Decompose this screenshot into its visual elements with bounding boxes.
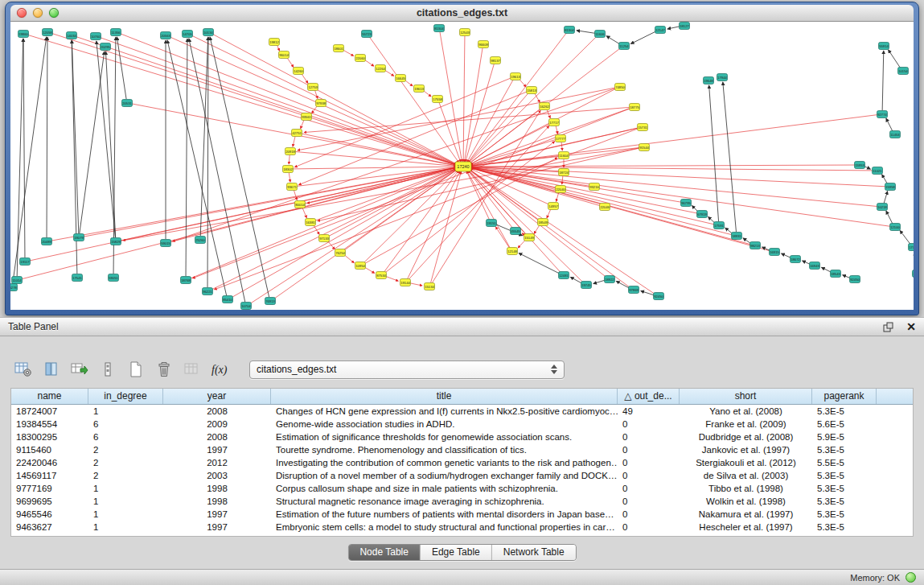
graph-edge[interactable] [386, 276, 399, 281]
graph-edge[interactable] [606, 36, 620, 44]
graph-edge[interactable] [294, 78, 511, 167]
table-row[interactable]: 1872400712008Changes of HCN gene express… [11, 405, 913, 418]
graph-node[interactable]: 16943 [810, 262, 820, 270]
graph-node[interactable]: 85410 [223, 296, 233, 303]
graph-edge[interactable] [900, 230, 910, 244]
graph-edge[interactable] [343, 50, 353, 56]
graph-edge[interactable] [467, 80, 513, 162]
graph-node[interactable]: 10704 [241, 303, 252, 310]
graph-node[interactable]: 55723 [362, 31, 372, 38]
import-table-button[interactable] [69, 359, 90, 380]
graph-node[interactable]: 96221 [203, 288, 213, 295]
graph-node[interactable]: 15958 [885, 183, 896, 191]
graph-edge[interactable] [47, 37, 47, 237]
graph-node[interactable]: 12100 [890, 224, 901, 231]
graph-edge[interactable] [470, 167, 714, 225]
graph-edge[interactable] [287, 58, 294, 68]
graph-edge[interactable] [274, 169, 458, 299]
column-header-pagerank[interactable]: pagerank [812, 389, 877, 404]
graph-node[interactable]: 12543 [460, 29, 470, 36]
graph-node[interactable]: 18922 [605, 276, 615, 283]
graph-edge[interactable] [121, 167, 456, 241]
graph-node[interactable]: 19151 [487, 220, 497, 227]
graph-node[interactable]: 15813 [527, 87, 537, 94]
graph-edge[interactable] [519, 79, 527, 87]
tab-edge-table[interactable]: Edge Table [420, 545, 491, 560]
graph-node[interactable]: 18543 [831, 270, 841, 278]
graph-node[interactable]: 93561 [302, 113, 312, 121]
graph-node[interactable]: 76913 [265, 298, 276, 305]
graph-node[interactable]: 96014 [279, 51, 290, 59]
graph-edge[interactable] [534, 225, 540, 234]
new-table-button[interactable] [125, 359, 146, 380]
graph-node[interactable]: 22046 [600, 204, 610, 211]
graph-edge[interactable] [470, 165, 855, 167]
graph-node[interactable]: 12753 [308, 84, 318, 91]
graph-node[interactable]: 11604 [559, 152, 569, 159]
column-header-short[interactable]: short [680, 389, 812, 404]
graph-edge[interactable] [556, 193, 559, 202]
table-row[interactable]: 977716911998Corpus callosum shape and si… [11, 482, 913, 495]
graph-node[interactable]: 93671 [287, 183, 298, 191]
graph-node[interactable]: 76254 [335, 249, 346, 257]
graph-node[interactable]: 59051 [109, 274, 119, 282]
graph-node[interactable]: 16915 [770, 249, 780, 256]
graph-node[interactable]: 45545 [511, 228, 521, 235]
graph-edge[interactable] [630, 31, 655, 44]
graph-edge[interactable] [405, 80, 413, 86]
graph-node[interactable]: 74850 [615, 84, 626, 91]
graph-node[interactable]: 17777 [556, 135, 566, 142]
graph-node[interactable]: 19613 [414, 85, 425, 93]
graph-edge[interactable] [13, 37, 47, 283]
graph-node[interactable]: 98137 [491, 57, 501, 64]
graph-node[interactable]: 18931 [732, 233, 742, 240]
graph-edge[interactable] [211, 169, 457, 290]
graph-node[interactable]: 15731 [638, 124, 648, 131]
graph-node[interactable]: 19079 [74, 234, 84, 241]
graph-node[interactable]: 17717 [549, 119, 560, 126]
graph-edge[interactable] [519, 253, 559, 274]
graph-node[interactable]: 55914 [879, 43, 889, 50]
graph-edge[interactable] [408, 171, 460, 278]
table-row[interactable]: 946362711997Embryonic stem cells: a mode… [11, 521, 913, 534]
graph-node[interactable]: 12058 [43, 29, 53, 36]
graph-node[interactable]: 17541 [72, 274, 83, 282]
graph-node[interactable]: 17780 [909, 244, 914, 251]
graph-node[interactable]: 92450 [654, 293, 664, 300]
graph-edge[interactable] [101, 38, 457, 165]
graph-node[interactable]: 12481 [559, 272, 569, 279]
graph-node[interactable]: 18302 [283, 166, 294, 173]
graph-edge[interactable] [384, 70, 393, 76]
graph-edge[interactable] [364, 60, 374, 66]
graph-node[interactable]: 97868 [629, 286, 639, 294]
graph-edge[interactable] [289, 155, 290, 164]
graph-node[interactable]: 20918 [285, 148, 296, 155]
graph-edge[interactable] [470, 167, 890, 226]
graph-node[interactable]: 96795 [681, 200, 692, 207]
graph-edge[interactable] [782, 253, 791, 257]
graph-edge[interactable] [167, 40, 227, 295]
graph-node[interactable]: 10154 [898, 68, 909, 75]
graph-edge[interactable] [470, 89, 616, 164]
graph-node[interactable]: 93216 [589, 183, 600, 191]
graph-node[interactable]: 19613 [511, 73, 521, 80]
graph-edge[interactable] [423, 90, 431, 97]
graph-edge[interactable] [105, 51, 115, 237]
graph-node[interactable]: 11254 [619, 43, 630, 50]
table-row[interactable]: 1456911722003Disruption of a novel membe… [11, 469, 913, 482]
graph-edge[interactable] [409, 126, 549, 279]
graph-edge[interactable] [23, 39, 25, 257]
graph-node[interactable]: 81304 [434, 25, 445, 32]
graph-edge[interactable] [495, 227, 509, 248]
graph-node[interactable]: 92774 [877, 111, 888, 118]
graph-node[interactable]: 16262 [540, 103, 550, 110]
window-titlebar[interactable]: citations_edges.txt [10, 5, 914, 22]
graph-node[interactable]: 19745 [581, 282, 592, 289]
graph-node[interactable]: 98213 [750, 242, 761, 249]
graph-edge[interactable] [570, 277, 581, 283]
graph-edge[interactable] [882, 51, 884, 110]
graph-node[interactable]: 18775 [630, 104, 640, 111]
graph-edge[interactable] [315, 90, 318, 98]
graph-edge[interactable] [170, 37, 456, 165]
graph-node[interactable]: 10218 [877, 204, 888, 211]
